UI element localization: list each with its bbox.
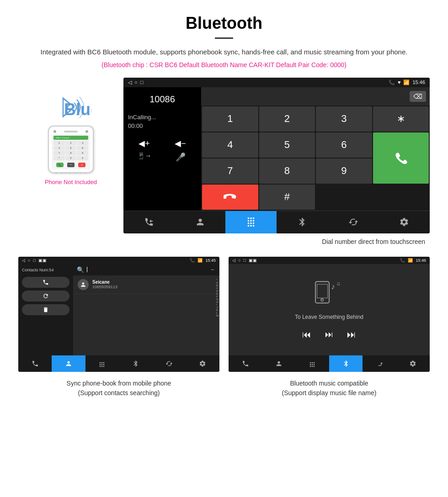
key-1[interactable]: 1 — [202, 106, 258, 132]
phone-mockup: + Add to Contacts 1 2 3 4 5 6 7 8 9 * 0 — [48, 126, 94, 173]
key-9[interactable]: 9 — [316, 159, 372, 184]
phone-key-8[interactable]: 8 — [65, 151, 77, 155]
phone-key-1[interactable]: 1 — [53, 141, 65, 145]
contacts-recent-icon: □ — [33, 258, 35, 263]
music-song-title: To Leave Something Behind — [295, 314, 363, 320]
mini-nav-contacts[interactable] — [52, 355, 85, 372]
prev-track-button[interactable]: ⏮ — [302, 329, 311, 340]
bottom-nav — [123, 211, 430, 233]
music-time: 15:46 — [416, 258, 426, 263]
contacts-right-panel: 🔍 ← Seicane 10655059113 — [73, 264, 219, 355]
phone-key-star[interactable]: * — [53, 156, 65, 160]
contacts-search-icon: 🔍 — [77, 266, 84, 273]
music-nav-bluetooth[interactable] — [329, 355, 363, 372]
phone-key-7[interactable]: 7 — [53, 151, 65, 155]
phone-bottom-bar: 📞 📷 ✆ — [53, 161, 88, 168]
volume-down-icon[interactable]: ◀− — [164, 138, 197, 148]
contact-avatar — [78, 279, 89, 290]
nav-phone-exit[interactable] — [328, 211, 379, 233]
volume-up-icon[interactable]: ◀+ — [128, 138, 160, 148]
back-icon: ◁ — [128, 79, 132, 85]
music-nav-settings[interactable] — [396, 355, 430, 372]
home-icon: ○ — [134, 79, 138, 85]
mini-nav-dialpad[interactable] — [85, 355, 119, 372]
key-7[interactable]: 7 — [202, 159, 258, 184]
music-screen: ◁ ○ □ ▣▣ 📞 📶 15:46 — [229, 257, 430, 372]
contacts-left-panel: Contacts Num:54 — [18, 264, 73, 355]
call-contact-btn[interactable] — [22, 277, 69, 288]
key-5[interactable]: 5 — [259, 132, 315, 158]
calling-time: 00:00 — [128, 122, 197, 129]
music-phone-icon: 📞 — [400, 258, 405, 263]
phone-key-9[interactable]: 9 — [77, 151, 88, 155]
key-3[interactable]: 3 — [316, 106, 372, 132]
phone-key-5[interactable]: 5 — [65, 146, 77, 150]
phone-camera-btn[interactable]: 📷 — [67, 163, 75, 167]
nav-dialpad[interactable] — [225, 211, 277, 233]
music-home-icon: ○ — [238, 258, 240, 263]
key-2[interactable]: 2 — [259, 106, 315, 132]
mini-nav-bluetooth[interactable] — [119, 355, 152, 372]
mini-nav-phone-exit[interactable] — [152, 355, 186, 372]
call-controls: ◀+ ◀− 📱→ 🎤 — [128, 138, 197, 162]
microphone-icon[interactable]: 🎤 — [164, 152, 197, 162]
svg-text:♫: ♫ — [336, 280, 340, 286]
phone-key-6[interactable]: 6 — [77, 146, 88, 150]
music-signal-icon: 📶 — [408, 258, 413, 263]
delete-contact-btn[interactable] — [22, 304, 69, 315]
phone-end-btn[interactable]: ✆ — [78, 163, 85, 167]
mini-bt-icon — [132, 360, 139, 367]
music-dialpad-nav-icon — [309, 360, 316, 367]
music-bottom-nav — [229, 355, 430, 372]
dialpad-icon — [246, 217, 256, 227]
phone-call-btn[interactable]: 📞 — [56, 163, 64, 167]
music-screen-body: ♪ ♫ To Leave Something Behind ⏮ ⏭ ⏭ — [229, 264, 430, 355]
nav-settings[interactable] — [379, 211, 430, 233]
end-call-icon — [224, 190, 236, 203]
key-8[interactable]: 8 — [259, 159, 315, 184]
search-back-arrow[interactable]: ← — [210, 266, 216, 273]
contacts-count: Contacts Num:54 — [22, 268, 69, 272]
music-controls: ⏮ ⏭ ⏭ — [302, 329, 356, 340]
key-6[interactable]: 6 — [316, 132, 372, 158]
phone-key-hash[interactable]: # — [77, 156, 88, 160]
end-call-button[interactable] — [202, 185, 258, 210]
phone-key-3[interactable]: 3 — [77, 141, 88, 145]
nav-bluetooth[interactable] — [277, 211, 328, 233]
phone-top-bar — [52, 129, 90, 134]
backspace-button[interactable]: ⌫ — [410, 91, 426, 102]
call-button[interactable] — [373, 132, 429, 184]
phone-key-2[interactable]: 2 — [65, 141, 77, 145]
header-description: Integrated with BC6 Bluetooth module, su… — [18, 47, 430, 58]
nav-phone-transfer[interactable] — [123, 211, 175, 233]
music-nav-dialpad[interactable] — [296, 355, 329, 372]
next-track-middle-button[interactable]: ⏭ — [325, 330, 333, 339]
transfer-call-icon[interactable]: 📱→ — [128, 152, 160, 162]
mini-dialpad-icon — [98, 360, 106, 367]
key-star[interactable]: ∗ — [373, 106, 429, 132]
music-nav-phone[interactable] — [229, 355, 262, 372]
screen-body: 10086 InCalling... 00:00 ◀+ ◀− 📱→ 🎤 ⌫ — [123, 87, 430, 211]
contacts-notif-icon: ▣▣ — [38, 258, 47, 263]
music-status-left: ◁ ○ □ ▣▣ — [232, 258, 257, 263]
mini-nav-phone[interactable] — [18, 355, 52, 372]
svg-text:♪: ♪ — [331, 282, 335, 291]
music-recent-icon: □ — [243, 258, 245, 263]
contact-entry[interactable]: Seicane 10655059113 — [73, 275, 219, 294]
phone-key-4[interactable]: 4 — [53, 146, 65, 150]
alpha-sidebar: *ABCDEFGHIJKLM — [215, 278, 219, 318]
phone-key-0[interactable]: 0 — [65, 156, 77, 160]
refresh-icon — [43, 293, 49, 299]
contacts-phone-icon: 📞 — [190, 258, 195, 263]
music-settings-nav-icon — [409, 360, 416, 367]
mini-exit-icon — [165, 360, 173, 367]
mini-nav-settings[interactable] — [186, 355, 219, 372]
refresh-contact-btn[interactable] — [22, 291, 69, 301]
next-track-button[interactable]: ⏭ — [347, 329, 356, 340]
music-nav-contacts[interactable] — [262, 355, 295, 372]
key-4[interactable]: 4 — [202, 132, 258, 158]
music-nav-exit[interactable] — [363, 355, 396, 372]
nav-contacts[interactable] — [175, 211, 226, 233]
phone-sensor — [85, 130, 88, 133]
key-hash[interactable]: # — [259, 185, 315, 210]
